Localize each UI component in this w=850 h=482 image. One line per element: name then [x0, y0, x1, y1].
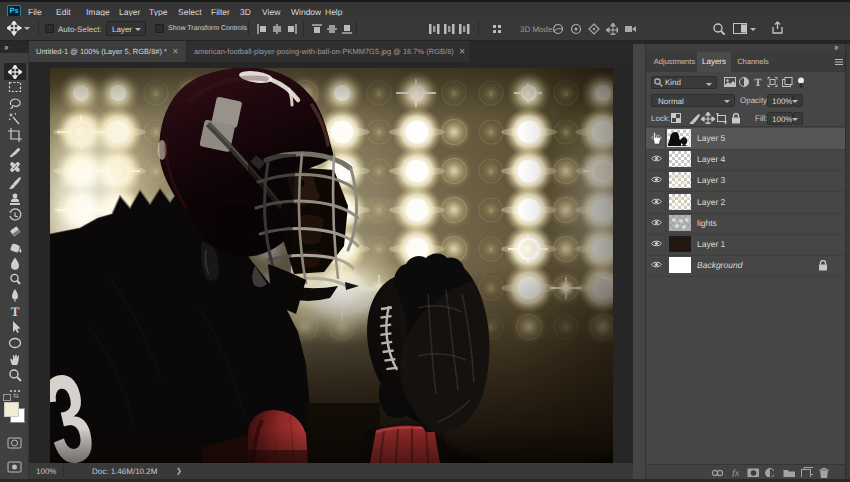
svg-text:T: T — [754, 77, 762, 87]
svg-text:B: B — [489, 130, 493, 137]
svg-text:B: B — [489, 208, 493, 215]
svg-text:fx: fx — [732, 468, 740, 477]
svg-text:B: B — [489, 247, 493, 254]
svg-text:8: 8 — [452, 130, 456, 137]
svg-text:T: T — [11, 304, 20, 318]
svg-text:8: 8 — [452, 169, 456, 176]
svg-text:B: B — [489, 169, 493, 176]
